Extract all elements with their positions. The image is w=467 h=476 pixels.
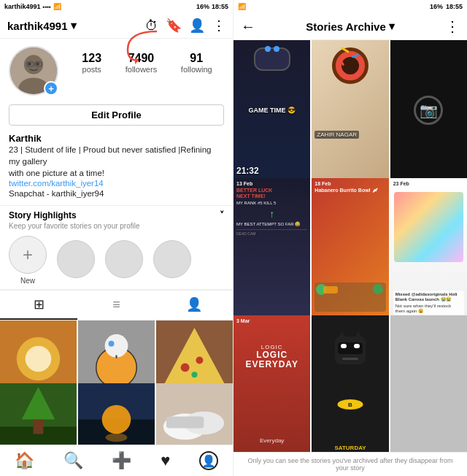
archive-cell-batman[interactable]: B SATURDAY xyxy=(312,315,388,452)
photo-grid xyxy=(0,320,233,445)
followers-count: 7490 xyxy=(128,52,155,65)
edit-profile-button[interactable]: Edit Profile xyxy=(9,104,224,126)
time-left: 18:55 xyxy=(212,3,228,10)
archive-cell-game-time[interactable]: GAME TIME 😎 21:32 xyxy=(234,40,310,180)
bio-twitter[interactable]: twitter.com/karthik_iyer14 xyxy=(9,179,224,188)
posts-label: posts xyxy=(82,65,101,74)
bio-line-2: with one picture at a time! xyxy=(9,167,224,179)
archive-cell-donut[interactable]: ZAHIR NAGAR xyxy=(312,40,388,180)
new-highlight-circle[interactable]: + xyxy=(9,236,47,274)
archive-cell-extra-1[interactable] xyxy=(390,315,467,452)
svg-point-30 xyxy=(106,434,128,442)
signal-icon: ▪▪▪▪ xyxy=(43,4,51,10)
following-label: following xyxy=(181,65,212,74)
home-nav-icon[interactable]: 🏠 xyxy=(15,451,34,470)
grid-cell-6[interactable] xyxy=(156,383,233,445)
status-right: 16% 18:55 xyxy=(196,3,228,10)
archive-grid: GAME TIME 😎 21:32 ZAHIR NAGAR 📷 xyxy=(234,40,467,452)
bio-snapchat: Snapchat - karthik_iyer94 xyxy=(9,188,224,199)
archive-cell-burrito[interactable]: 18 Feb Habanero Burrito Bowl 🌶 xyxy=(312,178,388,318)
history-icon[interactable]: ⏱ xyxy=(145,18,158,34)
svg-point-16 xyxy=(109,341,115,347)
archive-cell-logic[interactable]: 3 Mar LOGIC LOGICEVERYDAY Everyday xyxy=(234,315,310,452)
more-options-icon[interactable]: ⋮ xyxy=(212,18,225,34)
archive-cell-holi[interactable]: 23 Feb Missed @adidasoriginals Holi Blan… xyxy=(390,178,467,318)
burrito-label: Habanero Burrito Bowl 🌶 xyxy=(314,188,385,193)
back-button[interactable]: ← xyxy=(241,18,255,35)
right-status-right: 16% 18:55 xyxy=(430,3,463,10)
svg-rect-26 xyxy=(34,420,44,434)
highlight-circle-1[interactable] xyxy=(57,240,95,278)
stats-row: 123 posts 7490 followers 91 following xyxy=(70,46,224,74)
highlight-circle-3[interactable] xyxy=(153,240,191,278)
archive-title-group[interactable]: Stories Archive ▾ xyxy=(306,20,395,33)
bio-name: Karthik xyxy=(9,133,224,144)
search-nav-icon[interactable]: 🔍 xyxy=(63,451,83,470)
new-highlight-label: New xyxy=(20,277,35,285)
likes-nav-icon[interactable]: ♥ xyxy=(161,451,170,470)
grid-cell-5[interactable] xyxy=(78,383,155,445)
tab-tagged[interactable]: 👤 xyxy=(155,291,233,320)
username-label[interactable]: karthik4991 ▾ xyxy=(7,19,77,32)
add-story-button[interactable]: + xyxy=(44,81,58,96)
highlights-chevron[interactable]: ˅ xyxy=(220,210,224,220)
archive-cell-rank[interactable]: 13 Feb BETTER LUCKNEXT TIME! MY RANK #5 … xyxy=(234,178,310,318)
highlights-subtitle: Keep your favorite stories on your profi… xyxy=(9,222,224,230)
bio-section: Karthik 23 | Student of life | Proud but… xyxy=(0,130,233,205)
logic-sub: Everyday xyxy=(234,437,310,444)
holi-text: Missed @adidasoriginals Holi Blank Canva… xyxy=(395,292,462,302)
person-add-icon[interactable]: 👤 xyxy=(189,18,205,34)
stat-following[interactable]: 91 following xyxy=(181,52,212,74)
username-text: karthik4991 xyxy=(7,20,68,32)
wifi-icon: 📶 xyxy=(53,3,61,10)
highlights-title: Story Highlights xyxy=(9,210,77,220)
archive-cell-dark[interactable]: 📷 xyxy=(390,40,467,180)
svg-point-5 xyxy=(36,62,39,66)
profile-section: + 123 posts 7490 followers 91 following xyxy=(0,39,233,100)
highlight-new[interactable]: + New xyxy=(9,236,47,285)
profile-nav-bar: karthik4991 ▾ ⏱ 🔖 👤 ⋮ xyxy=(0,13,233,39)
svg-point-21 xyxy=(196,357,203,364)
logic-main: LOGICEVERYDAY xyxy=(234,350,310,369)
highlight-1[interactable] xyxy=(57,240,95,281)
archive-title: Stories Archive xyxy=(306,20,386,33)
highlight-3[interactable] xyxy=(153,240,191,281)
stat-followers[interactable]: 7490 followers xyxy=(126,52,157,74)
bottom-navigation: 🏠 🔍 ➕ ♥ 👤 xyxy=(0,445,233,476)
saturday-label: SATURDAY xyxy=(312,445,388,451)
right-signal-icon: 📶 xyxy=(238,3,246,10)
game-label: GAME TIME 😎 xyxy=(234,107,310,114)
left-panel: karthik4991 ▪▪▪▪ 📶 16% 18:55 karthik4991… xyxy=(0,0,234,476)
right-panel: 📶 16% 18:55 ← Stories Archive ▾ ⋮ GAME T… xyxy=(234,0,467,476)
rank-date: 13 Feb xyxy=(236,181,307,186)
highlight-circle-2[interactable] xyxy=(105,240,143,278)
bookmark-icon[interactable]: 🔖 xyxy=(166,18,182,34)
profile-tab-bar: ⊞ ≡ 👤 xyxy=(0,290,233,320)
bio-line-1: 23 | Student of life | Proud but never s… xyxy=(9,144,224,167)
status-bar-left: karthik4991 ▪▪▪▪ 📶 16% 18:55 xyxy=(0,0,233,13)
right-status-left: 📶 xyxy=(238,3,246,10)
grid-cell-4[interactable] xyxy=(0,383,77,445)
highlights-header: Story Highlights ˅ xyxy=(9,210,224,220)
svg-point-22 xyxy=(192,372,198,378)
chevron-icon: ▾ xyxy=(71,19,77,32)
add-nav-icon[interactable]: ➕ xyxy=(112,451,131,470)
holi-note: Not sure when they'll restock them again… xyxy=(395,304,462,313)
story-highlights-section: Story Highlights ˅ Keep your favorite st… xyxy=(0,205,233,290)
followers-label: followers xyxy=(126,65,157,74)
logic-date: 3 Mar xyxy=(236,318,250,323)
rank-footer: DEAD CAM xyxy=(236,229,307,236)
archive-chevron-icon: ▾ xyxy=(389,20,395,33)
svg-point-29 xyxy=(102,405,131,434)
status-bar-right: 📶 16% 18:55 xyxy=(234,0,467,13)
tab-grid[interactable]: ⊞ xyxy=(0,291,77,320)
stat-posts: 123 posts xyxy=(82,52,101,74)
archive-more-icon[interactable]: ⋮ xyxy=(445,18,460,35)
tab-list[interactable]: ≡ xyxy=(77,291,155,320)
right-time: 18:55 xyxy=(446,3,463,10)
highlight-2[interactable] xyxy=(105,240,143,281)
svg-point-15 xyxy=(105,334,128,358)
zahir-label: ZAHIR NAGAR xyxy=(314,131,359,139)
profile-nav-icon[interactable]: 👤 xyxy=(199,451,218,470)
following-count: 91 xyxy=(190,52,203,65)
